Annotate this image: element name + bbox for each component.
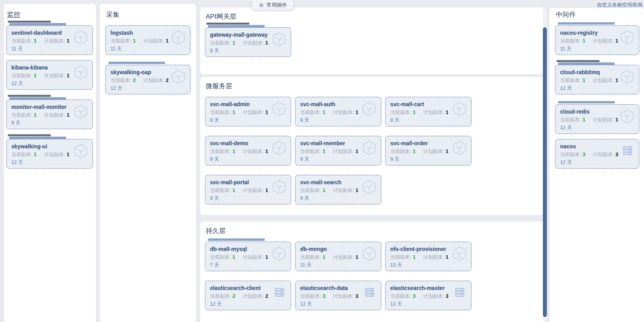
scrollbar-thumb[interactable] <box>543 27 547 317</box>
workload-card[interactable]: nacos-registry 当前副本:1 计划副本:1 11 天 <box>555 25 639 55</box>
card-list: nacos-registry 当前副本:1 计划副本:1 11 天 <box>555 25 639 169</box>
workload-card[interactable]: sentinel-dashboard 当前副本:1 计划副本:1 11 天 <box>6 25 93 55</box>
current-replicas-value: 1 <box>232 254 235 260</box>
workload-card-body[interactable]: monitor-mall-monitor 当前副本:1 计划副本:1 9 天 <box>6 100 93 129</box>
workload-card[interactable]: skywalking-oap 当前副本:2 计划副本:2 12 天 <box>105 65 190 94</box>
workload-card-body[interactable]: skywalking-oap 当前副本:2 计划副本:2 12 天 <box>105 65 190 94</box>
desired-replicas-value: 2 <box>265 293 268 299</box>
deployment-cube-icon <box>451 139 468 157</box>
workload-card-body[interactable]: nfs-client-provisioner 当前副本:1 计划副本:1 13 … <box>385 242 471 271</box>
customize-namespace-layout-link[interactable]: 自定义名称空间布局 <box>597 2 642 9</box>
loading-bars <box>205 23 291 27</box>
current-replicas-label: 当前副本: <box>390 149 411 154</box>
desired-replicas-value: 1 <box>616 77 618 83</box>
namespace-panel-collection: 采集 logstash 当前副本:1 计划副本:1 11 天 <box>100 4 196 322</box>
workload-card-body[interactable]: db-mall-mysql 当前副本:1 计划副本:1 7 天 <box>205 242 291 271</box>
namespace-title[interactable]: 采集 <box>106 10 190 19</box>
deployment-cube-icon <box>361 139 378 157</box>
current-replicas-label: 当前副本: <box>300 149 321 154</box>
current-replicas-value: 1 <box>322 254 325 260</box>
workload-card[interactable]: elasticsearch-data 当前副本:3 计划副本:3 12 天 <box>295 281 381 310</box>
workload-card-body[interactable]: skywalking-ui 当前副本:1 计划副本:1 12 天 <box>6 139 93 169</box>
card-list: db-mall-mysql 当前副本:1 计划副本:1 7 天 <box>205 242 539 310</box>
deployment-cube-icon <box>270 31 288 48</box>
workload-card[interactable]: nfs-client-provisioner 当前副本:1 计划副本:1 13 … <box>385 242 471 271</box>
workload-card[interactable]: svc-mall-member 当前副本:1 计划副本:1 9 天 <box>295 136 381 165</box>
workload-age: 12 天 <box>300 301 376 308</box>
current-replicas-value: 1 <box>34 112 36 118</box>
workload-card-body[interactable]: svc-mall-cart 当前副本:1 计划副本:1 9 天 <box>385 97 471 126</box>
workload-card-body[interactable]: kibana-kibana 当前副本:1 计划副本:1 12 天 <box>6 60 93 90</box>
workload-card-body[interactable]: svc-mall-auth 当前副本:1 计划副本:1 9 天 <box>295 97 381 126</box>
workload-card-body[interactable]: svc-mall-order 当前副本:1 计划副本:1 9 天 <box>385 136 471 165</box>
desired-replicas-label: 计划副本: <box>593 78 614 83</box>
workload-card[interactable]: db-mall-mysql 当前副本:1 计划副本:1 7 天 <box>205 242 291 271</box>
workload-card[interactable]: kibana-kibana 当前副本:1 计划副本:1 12 天 <box>6 60 93 90</box>
workload-card-body[interactable]: svc-mall-portal 当前副本:1 计划副本:1 9 天 <box>205 175 291 205</box>
workload-card[interactable]: elasticsearch-master 当前副本:3 计划副本:3 12 天 <box>385 281 471 310</box>
current-replicas-value: 1 <box>232 187 235 193</box>
workload-card[interactable]: svc-mall-search 当前副本:1 计划副本:1 9 天 <box>295 175 381 205</box>
desired-replicas-value: 1 <box>265 40 268 46</box>
workload-card[interactable]: svc-mall-demo 当前副本:1 计划副本:1 9 天 <box>205 136 291 165</box>
statefulset-server-icon <box>454 284 468 299</box>
namespace-title[interactable]: API网关层 <box>206 12 539 21</box>
workload-card[interactable]: svc-mall-auth 当前副本:1 计划副本:1 9 天 <box>295 97 381 126</box>
desired-replicas-label: 计划副本: <box>44 73 65 78</box>
workload-age: 12 天 <box>11 159 88 166</box>
workload-card-body[interactable]: gateway-mall-gateway 当前副本:1 计划副本:1 9 天 <box>205 27 291 57</box>
card-list: logstash 当前副本:1 计划副本:1 11 天 <box>105 25 190 94</box>
namespace-title[interactable]: 持久层 <box>206 226 539 235</box>
loading-bars <box>205 237 291 242</box>
current-replicas-value: 1 <box>232 148 235 154</box>
workload-card[interactable]: svc-mall-cart 当前副本:1 计划副本:1 9 天 <box>385 97 471 126</box>
workload-card-body[interactable]: sentinel-dashboard 当前副本:1 计划副本:1 11 天 <box>6 25 93 55</box>
desired-replicas-label: 计划副本: <box>143 78 164 83</box>
workload-card-body[interactable]: svc-mall-search 当前副本:1 计划副本:1 9 天 <box>295 175 381 205</box>
workload-age: 11 天 <box>110 46 185 52</box>
desired-replicas-value: 1 <box>265 254 268 260</box>
workload-card[interactable]: elasticsearch-client 当前副本:2 计划副本:2 12 天 <box>205 281 291 310</box>
workload-card[interactable]: cloud-redis 当前副本:1 计划副本:1 12 天 <box>555 104 639 134</box>
namespace-title[interactable]: 监控 <box>7 10 93 19</box>
workload-card[interactable]: db-mongo 当前副本:1 计划副本:1 11 天 <box>295 242 381 271</box>
common-operations-button[interactable]: 常用操作 <box>252 0 294 11</box>
workload-card-body[interactable]: svc-mall-member 当前副本:1 计划副本:1 9 天 <box>295 136 381 165</box>
desired-replicas-label: 计划副本: <box>333 188 354 193</box>
workload-age: 9 天 <box>390 156 466 163</box>
workload-card[interactable]: nacos 当前副本:3 计划副本:3 12 天 <box>555 139 639 169</box>
workload-card-body[interactable]: logstash 当前副本:1 计划副本:1 11 天 <box>105 25 190 55</box>
loading-bars <box>105 60 190 65</box>
workload-card-body[interactable]: svc-mall-admin 当前副本:1 计划副本:1 9 天 <box>205 97 291 126</box>
workload-card-body[interactable]: cloud-redis 当前副本:1 计划副本:1 12 天 <box>555 104 639 134</box>
workload-card[interactable]: gateway-mall-gateway 当前副本:1 计划副本:1 9 天 <box>205 27 291 57</box>
workload-card-body[interactable]: nacos-registry 当前副本:1 计划副本:1 11 天 <box>555 25 639 55</box>
current-replicas-label: 当前副本: <box>300 188 321 193</box>
namespace-title[interactable]: 中间件 <box>556 10 639 19</box>
workload-card[interactable]: svc-mall-admin 当前副本:1 计划副本:1 9 天 <box>205 97 291 126</box>
desired-replicas-value: 1 <box>166 38 169 44</box>
workload-card[interactable]: logstash 当前副本:1 计划副本:1 11 天 <box>105 25 190 55</box>
namespace-title[interactable]: 微服务层 <box>206 82 539 91</box>
workload-card-body[interactable]: db-mongo 当前副本:1 计划副本:1 11 天 <box>295 242 381 271</box>
workload-age: 9 天 <box>210 195 286 202</box>
workload-card-body[interactable]: cloud-rabbitmq 当前副本:1 计划副本:1 12 天 <box>555 65 639 94</box>
desired-replicas-label: 计划副本: <box>423 294 444 299</box>
workload-card-body[interactable]: elasticsearch-data 当前副本:3 计划副本:3 12 天 <box>295 281 381 310</box>
workload-card-body[interactable]: elasticsearch-master 当前副本:3 计划副本:3 12 天 <box>385 281 471 310</box>
workload-card-body[interactable]: nacos 当前副本:3 计划副本:3 12 天 <box>555 139 639 169</box>
workload-card[interactable]: skywalking-ui 当前副本:1 计划副本:1 12 天 <box>6 139 93 169</box>
desired-replicas-value: 1 <box>446 254 448 260</box>
current-replicas-label: 当前副本: <box>390 110 411 115</box>
workload-card[interactable]: monitor-mall-monitor 当前副本:1 计划副本:1 9 天 <box>6 100 93 129</box>
workload-card[interactable]: svc-mall-portal 当前副本:1 计划副本:1 9 天 <box>205 175 291 205</box>
workload-age: 11 天 <box>300 262 376 269</box>
workload-card[interactable]: svc-mall-order 当前副本:1 计划副本:1 9 天 <box>385 136 471 165</box>
workload-card-body[interactable]: elasticsearch-client 当前副本:2 计划副本:2 12 天 <box>205 281 291 310</box>
workload-card-body[interactable]: svc-mall-demo 当前副本:1 计划副本:1 9 天 <box>205 136 291 165</box>
workload-card[interactable]: cloud-rabbitmq 当前副本:1 计划副本:1 12 天 <box>555 65 639 94</box>
desired-replicas-value: 3 <box>616 151 618 157</box>
desired-replicas-label: 计划副本: <box>143 38 164 44</box>
statefulset-server-icon <box>621 142 636 157</box>
workload-age: 12 天 <box>560 125 634 131</box>
